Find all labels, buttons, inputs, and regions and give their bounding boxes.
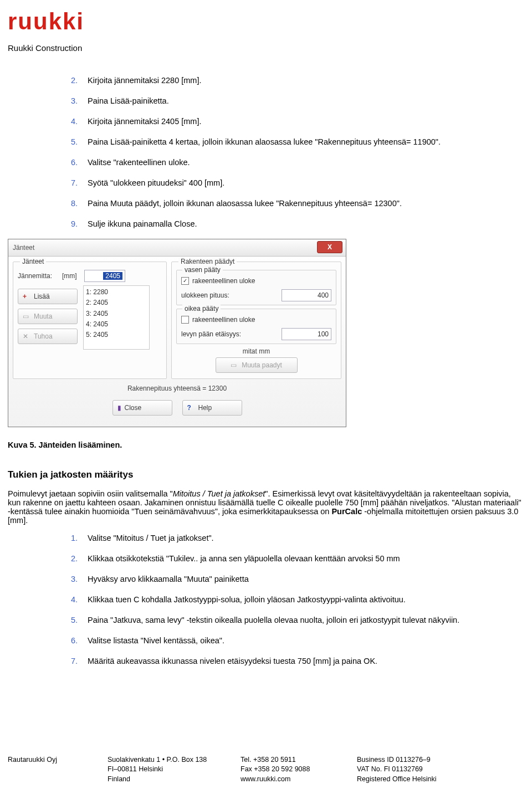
group-title-left: Jänteet: [20, 258, 46, 265]
window-close-button[interactable]: X: [317, 241, 342, 253]
page-footer: Rautaruukki Oyj Suolakivenkatu 1 • P.O. …: [8, 755, 524, 785]
dialog-janteet: Jänteet X Jänteet Jännemitta: [mm] 2405: [8, 239, 346, 427]
subgroup-oikea: oikea pääty rakeenteellinen uloke levyn …: [176, 309, 336, 344]
step-number: 6.: [69, 635, 78, 647]
step-text: Syötä "ulokkeen pituudeksi" 400 [mm].: [88, 177, 524, 189]
figure-caption: Kuva 5. Jänteiden lisääminen.: [8, 440, 524, 449]
total-label: Rakennepituus yhteensä = 12300: [13, 385, 341, 392]
step-item: 4.Klikkaa tuen C kohdalla Jatkostyyppi-s…: [69, 594, 524, 606]
help-icon: ?: [187, 404, 195, 412]
step-number: 3.: [69, 95, 78, 107]
step-item: 9.Sulje ikkuna painamalla Close.: [69, 218, 524, 230]
step-item: 5.Paina Lisää-painiketta 4 kertaa, jollo…: [69, 136, 524, 148]
delete-icon: ✕: [23, 332, 30, 340]
list-item[interactable]: 5: 2405: [86, 330, 147, 340]
distance-input[interactable]: 100: [282, 328, 331, 340]
span-label: Jännemitta:: [18, 272, 59, 280]
uloke-length-label: ulokkeen pituus:: [181, 291, 229, 299]
list-item[interactable]: 3: 2405: [86, 309, 147, 319]
add-button[interactable]: +Lisää: [18, 289, 78, 304]
step-text: Paina "Jatkuva, sama levy" -tekstin oike…: [88, 614, 524, 626]
group-title-right: Rakenteen päädyt: [178, 258, 237, 265]
footer-col-company: Rautaruukki Oyj: [8, 755, 85, 785]
step-item: 6.Valitse "rakenteellinen uloke.: [69, 157, 524, 168]
muuta-paadyt-button[interactable]: ▭Muuta paadyt: [216, 357, 298, 373]
step-item: 8.Paina Muuta päädyt, jolloin ikkunan al…: [69, 198, 524, 209]
step-number: 8.: [69, 198, 78, 209]
footer-col-legal: Business ID 0113276–9VAT No. FI 01132769…: [357, 755, 437, 785]
step-text: Klikkaa otsikkotekstiä "Tukilev.. ja ann…: [88, 553, 524, 565]
step-item: 1.Valitse "Mitoitus / Tuet ja jatkokset"…: [69, 532, 524, 544]
steps-top: 2.Kirjoita jännemitaksi 2280 [mm].3.Pain…: [69, 75, 524, 230]
step-number: 2.: [69, 553, 78, 565]
step-item: 5.Paina "Jatkuva, sama levy" -tekstin oi…: [69, 614, 524, 626]
step-number: 5.: [69, 136, 78, 148]
group-paadyt: Rakenteen päädyt vasen pääty ✓ rakeentee…: [171, 262, 341, 379]
step-text: Paina Lisää-painiketta.: [88, 95, 524, 107]
footer-col-address: Suolakivenkatu 1 • P.O. Box 138FI–00811 …: [108, 755, 218, 785]
step-number: 5.: [69, 614, 78, 626]
muuta-button[interactable]: ▭Muuta: [18, 309, 78, 324]
step-item: 2.Klikkaa otsikkotekstiä "Tukilev.. ja a…: [69, 553, 524, 565]
steps-bottom: 1.Valitse "Mitoitus / Tuet ja jatkokset"…: [69, 532, 524, 667]
edit-icon: ▭: [231, 361, 238, 369]
dialog-titlebar: Jänteet X: [8, 239, 346, 257]
step-text: Kirjoita jännemitaksi 2280 [mm].: [88, 75, 524, 86]
step-item: 6.Valitse listasta "Nivel kentässä, oike…: [69, 635, 524, 647]
step-number: 7.: [69, 177, 78, 189]
footer-col-contact: Tel. +358 20 5911Fax +358 20 592 9088www…: [241, 755, 335, 785]
step-text: Paina Muuta päädyt, jolloin ikkunan alao…: [88, 198, 524, 209]
step-text: Valitse "Mitoitus / Tuet ja jatkokset".: [88, 532, 524, 544]
step-number: 7.: [69, 655, 78, 667]
span-listbox[interactable]: 1: 22802: 24053: 24054: 24055: 2405: [83, 285, 150, 350]
list-item[interactable]: 2: 2405: [86, 298, 147, 308]
step-text: Hyväksy arvo klikkaamalla "Muuta" painik…: [88, 573, 524, 585]
step-item: 2.Kirjoita jännemitaksi 2280 [mm].: [69, 75, 524, 86]
step-number: 3.: [69, 573, 78, 585]
checkbox-label-vasen: rakeenteellinen uloke: [192, 277, 255, 285]
edit-icon: ▭: [23, 313, 30, 320]
step-text: Valitse listasta "Nivel kentässä, oikea"…: [88, 635, 524, 647]
close-icon: X: [328, 243, 332, 251]
uloke-length-input[interactable]: 400: [282, 289, 331, 301]
plus-icon: +: [23, 293, 30, 300]
step-text: Sulje ikkuna painamalla Close.: [88, 218, 524, 230]
list-item[interactable]: 4: 2405: [86, 319, 147, 330]
step-number: 4.: [69, 116, 78, 127]
span-unit: [mm]: [62, 272, 81, 280]
step-text: Kirjoita jännemitaksi 2405 [mm].: [88, 116, 524, 127]
close-button[interactable]: ▮Close: [112, 400, 172, 416]
unit-note: mitat mm: [176, 347, 336, 355]
step-text: Klikkaa tuen C kohdalla Jatkostyyppi-sol…: [88, 594, 524, 606]
brand-logo: ruukki: [8, 10, 524, 33]
checkbox-label-oikea: rakeenteellinen uloke: [192, 316, 255, 324]
step-number: 4.: [69, 594, 78, 606]
section-paragraph: Poimulevyt jaetaan sopiviin osiin valits…: [8, 489, 524, 525]
tuhoa-button[interactable]: ✕Tuhoa: [18, 329, 78, 344]
step-number: 9.: [69, 218, 78, 230]
checkbox-vasen-uloke[interactable]: ✓: [181, 277, 189, 285]
step-text: Paina Lisää-painiketta 4 kertaa, jolloin…: [88, 136, 524, 148]
step-item: 3.Hyväksy arvo klikkaamalla "Muuta" pain…: [69, 573, 524, 585]
subgroup-vasen: vasen pääty ✓ rakeenteellinen uloke ulok…: [176, 270, 336, 305]
step-number: 2.: [69, 75, 78, 86]
door-icon: ▮: [117, 404, 121, 412]
group-janteet: Jänteet Jännemitta: [mm] 2405 +Lisää ▭Mu…: [13, 262, 167, 379]
list-item[interactable]: 1: 2280: [86, 287, 147, 298]
step-item: 7.Määritä aukeavassa ikkunassa nivelen e…: [69, 655, 524, 667]
step-number: 1.: [69, 532, 78, 544]
step-item: 7.Syötä "ulokkeen pituudeksi" 400 [mm].: [69, 177, 524, 189]
checkbox-oikea-uloke[interactable]: [181, 316, 189, 324]
step-item: 3.Paina Lisää-painiketta.: [69, 95, 524, 107]
step-text: Valitse "rakenteellinen uloke.: [88, 157, 524, 168]
dialog-title: Jänteet: [13, 244, 34, 252]
distance-label: levyn pään etäisyys:: [181, 330, 241, 338]
company-name: Ruukki Construction: [8, 43, 524, 53]
step-number: 6.: [69, 157, 78, 168]
step-text: Määritä aukeavassa ikkunassa nivelen etä…: [88, 655, 524, 667]
span-input[interactable]: 2405: [84, 270, 125, 282]
section-heading: Tukien ja jatkosten määritys: [8, 469, 524, 480]
help-button[interactable]: ?Help: [182, 400, 242, 416]
step-item: 4.Kirjoita jännemitaksi 2405 [mm].: [69, 116, 524, 127]
